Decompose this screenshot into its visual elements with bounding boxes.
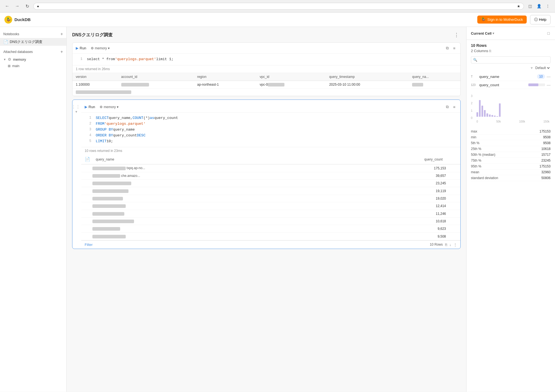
table-row: 11,246: [81, 210, 460, 217]
stats-row-mean: mean 32960: [471, 169, 551, 175]
hist-bar: [499, 103, 501, 117]
attached-databases-label: Attached databases: [3, 50, 33, 54]
url-input[interactable]: localhost:4213: [41, 4, 515, 8]
copy-columns-button[interactable]: ⎘: [489, 49, 491, 53]
cell-1-code-editor[interactable]: 1 select * from 'querylogs.parquet' limi…: [72, 54, 460, 65]
cell-1-run-button[interactable]: ▶ Run: [76, 46, 86, 50]
copy-table-button[interactable]: ⎘: [445, 243, 447, 247]
chevron-down-icon: ▾: [117, 105, 118, 109]
sign-in-button[interactable]: 🦆 Sign in to MotherDuck: [477, 16, 527, 24]
table-row: 10,618: [81, 218, 460, 225]
address-bar: ● localhost:4213 ★: [33, 3, 524, 10]
column-item-query-count: 123 query_count —: [471, 81, 551, 89]
notebook-title-bar: DNSクエリログ調査 ⋮: [72, 31, 461, 39]
cell-2-collapse-chevron[interactable]: ▼: [75, 110, 78, 113]
panel-title: Current Cell ▾: [471, 31, 494, 35]
cell-1-result-table: version account_id region vpc_id query_t…: [72, 73, 460, 96]
col-value-bar: [528, 83, 545, 86]
cell-2: ⋮⋮ ▼ ▶ Run ⚙ me: [72, 100, 461, 249]
col-right: —: [528, 83, 551, 87]
download-table-button[interactable]: ↓: [450, 243, 451, 247]
extensions-icon[interactable]: ◫: [526, 2, 534, 10]
filter-icon: ▿: [531, 66, 533, 70]
panel-header-actions: □: [547, 30, 551, 36]
notebook-menu-button[interactable]: ⋮: [452, 31, 461, 39]
logo-icon: 🦆: [4, 16, 12, 24]
hist-bar: [494, 116, 496, 117]
panel-search: 🔍: [471, 56, 551, 63]
filter-button[interactable]: Filter: [85, 243, 93, 247]
hist-axis: 0 50k 100k 150k: [475, 119, 551, 123]
add-database-button[interactable]: +: [60, 50, 63, 54]
stats-row-75th: 75th % 23245: [471, 158, 551, 164]
cell-1-toolbar: ▶ Run ⚙ memory ▾ ⧉ ≡: [72, 43, 460, 54]
table-row: 23,245: [81, 180, 460, 187]
cell-1: ▶ Run ⚙ memory ▾ ⧉ ≡: [72, 42, 461, 96]
panel-header: Current Cell ▾ □: [466, 27, 555, 40]
column-search-input[interactable]: [471, 56, 551, 63]
filter-select[interactable]: Default: [534, 66, 551, 70]
cell-2-code-editor[interactable]: 1 SELECT query_name, COUNT(*) as query_c…: [81, 113, 460, 147]
sidebar: Notebooks + 📄 DNSクエリログ調査 Attached databa…: [0, 27, 67, 392]
stats-row-50th: 50th % (median) 15717: [471, 152, 551, 158]
col-query-count-header: query_count: [413, 157, 446, 161]
sidebar-memory-item[interactable]: ▼ ⚙ memory: [0, 56, 66, 63]
more-options-button[interactable]: ⋮: [453, 243, 457, 247]
code-line-1: 1 SELECT query_name, COUNT(*) as query_c…: [85, 115, 457, 121]
cell-2-db-selector[interactable]: ⚙ memory ▾: [97, 104, 121, 110]
cell-2-toolbar-right: ⧉ ≡: [444, 104, 457, 110]
sidebar-main-item[interactable]: ⊞ main: [0, 63, 66, 69]
back-button[interactable]: ←: [3, 2, 11, 10]
table-row: che.amazo... 39,657: [81, 172, 460, 180]
rows-count: 10 Rows: [430, 243, 443, 246]
column-item-query-name: T query_name 10 —: [471, 72, 551, 81]
help-button[interactable]: ⓘ Help: [530, 15, 551, 24]
table-footer: Filter 10 Rows ⎘ ↓ ⋮: [81, 240, 460, 249]
code-line-3: 3 GROUP BY query_name: [85, 127, 457, 133]
table-icon: 📄: [85, 157, 90, 162]
cell-1-menu-button[interactable]: ≡: [451, 45, 457, 51]
cell-1-db-selector[interactable]: ⚙ memory ▾: [89, 45, 112, 51]
hist-bar: [491, 115, 493, 117]
table-row: [72, 88, 460, 96]
stats-row-5th: 5th % 9508: [471, 140, 551, 146]
app-container: 🦆 DuckDB 🦆 Sign in to MotherDuck ⓘ Help …: [0, 12, 555, 392]
cell-1-expand-button[interactable]: ⧉: [444, 45, 450, 51]
menu-icon[interactable]: ⋮: [544, 2, 552, 10]
play-icon: ▶: [76, 46, 79, 50]
header-actions: 🦆 Sign in to MotherDuck ⓘ Help: [477, 15, 551, 24]
app-name: DuckDB: [14, 17, 31, 22]
help-circle-icon: ⓘ: [534, 17, 538, 22]
cell-2-run-button[interactable]: ▶ Run: [85, 105, 95, 109]
star-icon: ★: [517, 4, 520, 8]
drag-handle[interactable]: ⋮⋮: [72, 104, 80, 110]
play-icon: ▶: [85, 105, 87, 109]
table-row: 12,414: [81, 202, 460, 210]
col-vpc-id: vpc_id: [256, 73, 326, 81]
sidebar-notebook-item[interactable]: 📄 DNSクエリログ調査: [0, 38, 66, 46]
stats-row-min: min 9508: [471, 134, 551, 140]
profile-icon[interactable]: 👤: [535, 2, 543, 10]
col-right: 10 —: [537, 74, 551, 79]
add-notebook-button[interactable]: +: [60, 32, 63, 36]
panel-col-count: 2 Columns ⎘: [471, 49, 551, 53]
code-line-1: 1 select * from 'querylogs.parquet' limi…: [76, 57, 457, 62]
notebooks-label: Notebooks: [3, 32, 19, 36]
code-line-2: 2 FROM 'querylogs.parquet': [85, 121, 457, 127]
hist-y-labels: 3 2 1 0: [471, 95, 473, 119]
right-panel: Current Cell ▾ □ 10 Rows 2 Columns ⎘ 🔍: [466, 27, 555, 392]
cell-1-toolbar-left: ▶ Run ⚙ memory ▾: [76, 45, 112, 51]
panel-expand-button[interactable]: □: [547, 30, 551, 36]
forward-button[interactable]: →: [13, 2, 21, 10]
hist-bar: [479, 100, 481, 117]
table-row: 19,020: [81, 195, 460, 202]
footer-actions: 10 Rows ⎘ ↓ ⋮: [430, 243, 457, 247]
lock-icon: ●: [37, 4, 39, 8]
db-circle-icon: ⚙: [91, 46, 94, 50]
query-table-header: 📄 query_name query_count: [81, 154, 460, 164]
cell-2-expand-button[interactable]: ⧉: [444, 104, 450, 110]
hist-bar: [496, 116, 498, 117]
code-line-4: 4 ORDER BY query_count DESC: [85, 133, 457, 139]
cell-2-menu-button[interactable]: ≡: [451, 104, 457, 110]
reload-button[interactable]: ↻: [23, 2, 31, 10]
